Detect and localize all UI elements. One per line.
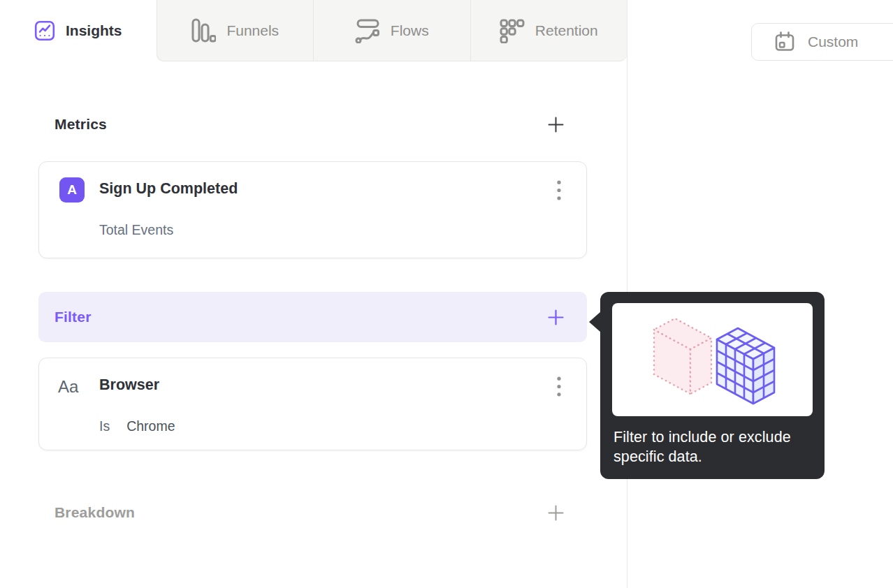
- calendar-icon: [774, 31, 796, 53]
- metric-card[interactable]: A Sign Up Completed Total Events: [38, 161, 587, 258]
- string-property-icon: Aa: [58, 377, 78, 397]
- tab-insights[interactable]: Insights: [0, 0, 157, 61]
- tab-retention-label: Retention: [535, 22, 598, 39]
- tab-funnels-label: Funnels: [226, 22, 279, 39]
- funnels-icon: [191, 18, 216, 43]
- filter-card[interactable]: Aa Browser IsChrome: [38, 358, 587, 450]
- filter-section-row[interactable]: Filter: [38, 292, 587, 342]
- filter-title: Filter: [55, 309, 92, 325]
- insights-icon: [34, 20, 55, 41]
- filter-card-menu-button[interactable]: [551, 375, 567, 399]
- report-type-tabbar: Insights Funnels: [0, 0, 627, 61]
- tab-funnels[interactable]: Funnels: [157, 0, 314, 61]
- breakdown-title: Breakdown: [55, 504, 135, 521]
- tooltip-arrow: [589, 311, 601, 332]
- breakdown-section-header: Breakdown: [55, 502, 565, 523]
- query-builder-panel: Insights Funnels: [0, 0, 627, 588]
- tab-flows-label: Flows: [391, 22, 429, 39]
- date-range-label: Custom: [808, 34, 858, 50]
- add-breakdown-button[interactable]: [546, 504, 565, 522]
- metrics-section-header: Metrics: [55, 114, 565, 135]
- metric-series-badge: A: [59, 177, 85, 203]
- date-range-button[interactable]: Custom: [751, 23, 893, 61]
- metrics-title: Metrics: [55, 116, 107, 133]
- tooltip-text: Filter to include or exclude specific da…: [614, 427, 802, 466]
- filter-property-name: Browser: [99, 376, 159, 394]
- tab-retention[interactable]: Retention: [470, 0, 627, 61]
- metric-aggregation: Total Events: [99, 222, 173, 238]
- filter-value[interactable]: Chrome: [126, 418, 175, 434]
- filter-condition: IsChrome: [99, 418, 175, 434]
- metric-card-menu-button[interactable]: [551, 179, 567, 203]
- flows-icon: [355, 18, 380, 43]
- filter-cube-illustration: [612, 303, 813, 416]
- tab-insights-label: Insights: [66, 22, 122, 39]
- filter-tooltip: Filter to include or exclude specific da…: [600, 292, 825, 479]
- tab-flows[interactable]: Flows: [313, 0, 470, 61]
- retention-icon: [500, 18, 525, 43]
- insights-report-page: Insights Funnels: [0, 0, 893, 588]
- add-metric-button[interactable]: [546, 115, 565, 133]
- filter-operator[interactable]: Is: [99, 418, 110, 434]
- metric-event-name: Sign Up Completed: [99, 180, 238, 198]
- add-filter-button[interactable]: [546, 308, 565, 326]
